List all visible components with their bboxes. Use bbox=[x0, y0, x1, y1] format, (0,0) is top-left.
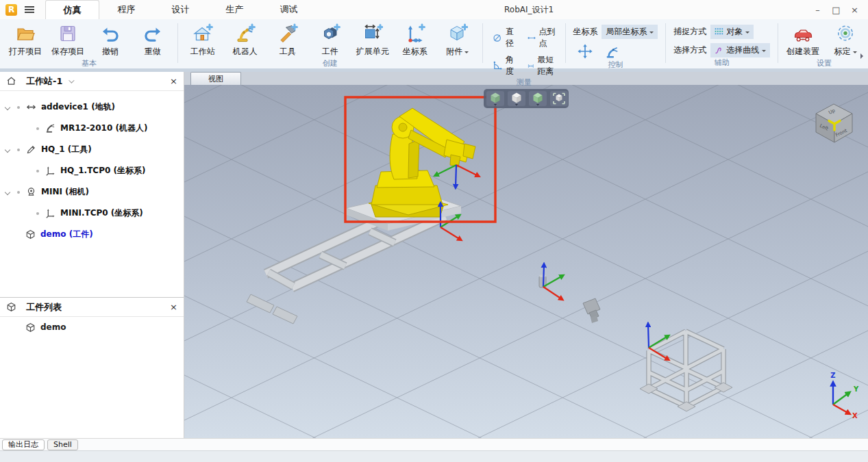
rail-icon bbox=[26, 102, 36, 112]
ribbon-group-measure: 直径 点到点 角度 最短距离 测量 bbox=[485, 19, 563, 68]
angle-icon bbox=[492, 60, 502, 72]
ribbon-group-settings: 创建装置 标定 设置 bbox=[780, 19, 868, 68]
coord-system-dropdown[interactable]: 局部坐标系 bbox=[602, 25, 658, 39]
menu-icon[interactable] bbox=[25, 6, 34, 13]
maximize-button[interactable]: □ bbox=[827, 5, 845, 15]
robot-jog-button[interactable] bbox=[604, 43, 621, 60]
frame-icon bbox=[45, 208, 55, 218]
expander-icon[interactable] bbox=[5, 189, 10, 194]
create-frame-button[interactable]: 坐标系 bbox=[394, 19, 436, 57]
menu-tab-design[interactable]: 设计 bbox=[153, 0, 208, 19]
ribbon-group-basic: 打开项目 保存项目 撤销 重做 基本 bbox=[3, 19, 175, 68]
cube-icon bbox=[447, 23, 468, 44]
ribbon-separator bbox=[177, 23, 178, 63]
create-workpiece-button[interactable]: 工件 bbox=[309, 19, 351, 57]
measure-angle-button[interactable]: 角度 bbox=[492, 54, 521, 77]
coord-system-label: 坐标系 bbox=[573, 26, 597, 38]
bullet-dot bbox=[17, 191, 20, 194]
ribbon-overflow-button[interactable] bbox=[860, 53, 866, 59]
workpiece-panel-title: 工件列表 bbox=[26, 301, 62, 313]
create-device-button[interactable]: 创建装置 bbox=[782, 19, 824, 57]
save-project-button[interactable]: 保存项目 bbox=[47, 19, 89, 57]
station-panel-title: 工作站-1 bbox=[26, 75, 62, 88]
folder-icon bbox=[15, 23, 36, 44]
calibration-button[interactable]: 标定 bbox=[824, 19, 867, 57]
ribbon-group-create: 工作站 机器人 工具 工件 扩展单元 坐标系 bbox=[180, 19, 480, 68]
axis-x-label: X bbox=[852, 412, 858, 420]
redo-button[interactable]: 重做 bbox=[132, 19, 174, 57]
axis-y-label: Y bbox=[853, 385, 859, 393]
fit-view-button[interactable] bbox=[550, 91, 568, 106]
frame-icon bbox=[45, 166, 55, 176]
workpiece-panel-header: 工件列表 × bbox=[0, 298, 184, 317]
solid-view-button[interactable] bbox=[529, 91, 547, 106]
open-project-button[interactable]: 打开项目 bbox=[4, 19, 47, 57]
station-tree: addevice1 (地轨) MR12-2010 (机器人) HQ_1 (工具)… bbox=[0, 91, 184, 245]
tree-item-robot[interactable]: MR12-2010 (机器人) bbox=[0, 118, 184, 139]
bullet-dot bbox=[36, 127, 39, 130]
expander-icon[interactable] bbox=[5, 104, 10, 110]
window-title: RobAI_设计1 bbox=[504, 0, 554, 19]
app-logo-icon[interactable]: R bbox=[5, 4, 17, 16]
create-robot-button[interactable]: 机器人 bbox=[224, 19, 266, 57]
group-label-assist: 辅助 bbox=[669, 57, 774, 68]
station-panel-close-button[interactable]: × bbox=[170, 77, 177, 86]
main-area: 工作站-1 × addevice1 (地轨) MR12-2010 (机器人) H… bbox=[0, 72, 868, 438]
measure-shortest-distance-button[interactable]: 最短距离 bbox=[528, 54, 556, 77]
tree-item-camera-tcp[interactable]: MINI.TCP0 (坐标系) bbox=[0, 203, 184, 224]
chevron-down-icon bbox=[745, 31, 749, 36]
ribbon-group-control: 坐标系 局部坐标系 控制 bbox=[567, 19, 663, 68]
select-mode-dropdown[interactable]: 选择曲线 bbox=[710, 43, 770, 57]
measure-diameter-button[interactable]: 直径 bbox=[492, 26, 521, 49]
tree-item-addevice1[interactable]: addevice1 (地轨) bbox=[0, 97, 184, 118]
bullet-dot bbox=[36, 170, 39, 172]
titlebar: R 仿真 程序 设计 生产 调试 RobAI_设计1 – □ × bbox=[0, 0, 868, 19]
menu-tab-debug[interactable]: 调试 bbox=[262, 0, 316, 19]
tree-item-camera[interactable]: MINI (相机) bbox=[0, 181, 184, 203]
ribbon-separator bbox=[778, 23, 778, 63]
curve-icon bbox=[715, 46, 723, 55]
snap-mode-label: 捕捉方式 bbox=[673, 26, 706, 38]
workpiece-list-item-demo[interactable]: demo bbox=[0, 317, 184, 337]
viewport-canvas[interactable]: Up Left Front Z Y X bbox=[184, 85, 868, 438]
minimize-button[interactable]: – bbox=[808, 5, 827, 15]
camera-icon bbox=[26, 187, 36, 197]
chevron-down-icon bbox=[762, 50, 766, 54]
chevron-down-icon[interactable] bbox=[464, 51, 469, 55]
shaded-view-button[interactable] bbox=[486, 91, 504, 106]
create-tool-button[interactable]: 工具 bbox=[266, 19, 309, 57]
create-attachment-button[interactable]: 附件 bbox=[436, 19, 479, 57]
chevron-down-icon[interactable] bbox=[853, 51, 857, 55]
group-label-basic: 基本 bbox=[4, 58, 174, 68]
expander-icon[interactable] bbox=[5, 146, 10, 152]
diameter-icon bbox=[492, 32, 502, 44]
undo-button[interactable]: 撤销 bbox=[89, 19, 132, 57]
robot-icon bbox=[45, 123, 55, 133]
snap-mode-dropdown[interactable]: 对象 bbox=[710, 25, 754, 39]
close-button[interactable]: × bbox=[845, 5, 864, 15]
view-tab[interactable]: 视图 bbox=[190, 72, 241, 85]
create-workstation-button[interactable]: 工作站 bbox=[182, 19, 224, 57]
tree-item-tool[interactable]: HQ_1 (工具) bbox=[0, 139, 184, 160]
sidebar: 工作站-1 × addevice1 (地轨) MR12-2010 (机器人) H… bbox=[0, 72, 184, 438]
measure-point-to-point-button[interactable]: 点到点 bbox=[528, 26, 556, 49]
shell-tab[interactable]: Shell bbox=[47, 439, 78, 450]
menu-tab-simulation[interactable]: 仿真 bbox=[45, 0, 99, 19]
move-cross-icon bbox=[578, 44, 593, 59]
ribbon-separator bbox=[665, 23, 666, 63]
menu-tab-production[interactable]: 生产 bbox=[208, 0, 262, 19]
output-log-tab[interactable]: 输出日志 bbox=[2, 439, 45, 450]
create-extension-unit-button[interactable]: 扩展单元 bbox=[351, 19, 394, 57]
tree-item-demo-workpiece[interactable]: demo (工件) bbox=[0, 224, 184, 245]
station-panel-header: 工作站-1 × bbox=[0, 72, 184, 91]
hammer-icon bbox=[277, 23, 298, 44]
menu-tab-program[interactable]: 程序 bbox=[99, 0, 153, 19]
move-tool-button[interactable] bbox=[577, 43, 593, 60]
wireframe-view-button[interactable] bbox=[508, 91, 525, 106]
cube-icon bbox=[6, 302, 16, 312]
workpiece-panel-close-button[interactable]: × bbox=[170, 303, 177, 311]
chevron-down-icon[interactable] bbox=[69, 77, 75, 83]
ribbon-toolbar: 打开项目 保存项目 撤销 重做 基本 工作站 bbox=[0, 19, 868, 72]
calibration-target-icon bbox=[835, 23, 856, 44]
tree-item-tool-tcp[interactable]: HQ_1.TCP0 (坐标系) bbox=[0, 160, 184, 181]
